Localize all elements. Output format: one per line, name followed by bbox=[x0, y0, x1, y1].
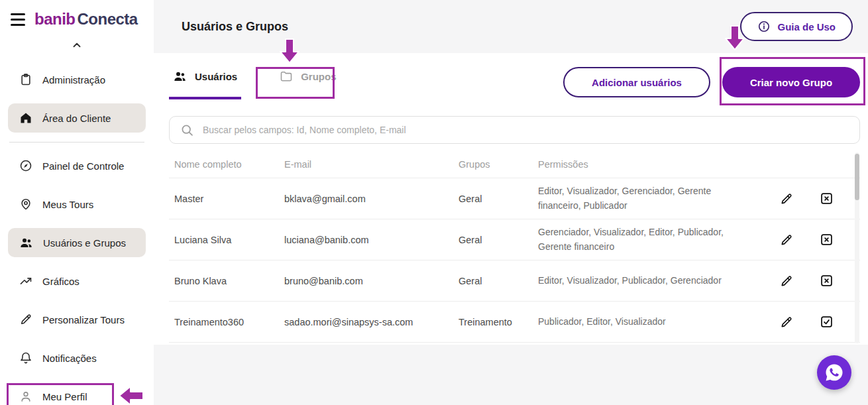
table-header-row: Nome completo E-mail Grupos Permissões bbox=[169, 150, 860, 178]
edit-user-button[interactable] bbox=[780, 274, 793, 288]
sidebar-item-label: Notificações bbox=[42, 353, 97, 364]
usage-guide-label: Guia de Uso bbox=[777, 21, 836, 32]
whatsapp-fab[interactable] bbox=[817, 355, 851, 390]
column-header-name: Nome completo bbox=[169, 159, 284, 170]
table-row: Luciana Silva luciana@banib.com Geral Ge… bbox=[169, 219, 860, 260]
edit-user-button[interactable] bbox=[780, 192, 793, 205]
search-icon bbox=[180, 123, 194, 137]
app-logo: banibConecta bbox=[34, 10, 138, 29]
cell-group: Treinamento bbox=[459, 317, 538, 327]
pencil-icon bbox=[780, 274, 793, 288]
tab-usuarios[interactable]: Usuários bbox=[169, 56, 241, 99]
cell-name: Luciana Silva bbox=[169, 235, 284, 245]
pencil-icon bbox=[780, 192, 793, 205]
folder-icon bbox=[280, 70, 293, 83]
trending-up-icon bbox=[19, 274, 32, 288]
sidebar-item-personalizar-tours[interactable]: Personalizar Tours bbox=[8, 305, 146, 334]
search-input[interactable] bbox=[203, 125, 849, 135]
activate-user-button[interactable] bbox=[820, 315, 834, 329]
table-row: Master bklava@gmail.com Geral Editor, Vi… bbox=[169, 178, 860, 219]
cell-email: bklava@gmail.com bbox=[284, 194, 459, 204]
table-row: Treinamento360 sadao.mori@sinapsys-sa.co… bbox=[169, 302, 860, 343]
sidebar-item-label: Área do Cliente bbox=[42, 113, 111, 124]
cell-email: bruno@banib.com bbox=[284, 276, 459, 286]
users-icon bbox=[19, 236, 33, 249]
x-square-icon bbox=[820, 192, 834, 205]
pencil-icon bbox=[780, 316, 793, 329]
sidebar-item-label: Usuários e Grupos bbox=[43, 237, 126, 249]
tabs-toolbar: Usuários Grupos Adicionar usuários Criar… bbox=[169, 53, 860, 99]
content-card: Usuários Grupos Adicionar usuários Criar… bbox=[154, 53, 868, 345]
user-icon bbox=[19, 390, 32, 403]
sidebar-item-label: Painel de Controle bbox=[42, 160, 124, 172]
table-scrollbar[interactable] bbox=[855, 152, 859, 343]
cell-group: Geral bbox=[459, 235, 538, 245]
sidebar-item-label: Meus Tours bbox=[42, 199, 93, 210]
deactivate-user-button[interactable] bbox=[820, 192, 834, 205]
clipboard-icon bbox=[19, 73, 32, 86]
sidebar-item-administracao[interactable]: Administração bbox=[8, 65, 146, 94]
sidebar-item-label: Gráficos bbox=[42, 276, 80, 287]
scrollbar-thumb[interactable] bbox=[855, 154, 859, 200]
cell-group: Geral bbox=[459, 276, 538, 286]
x-square-icon bbox=[820, 274, 834, 288]
sidebar-collapse-button[interactable] bbox=[70, 38, 83, 53]
sidebar-item-label: Meu Perfil bbox=[42, 391, 87, 402]
menu-toggle-button[interactable] bbox=[8, 11, 28, 29]
tab-grupos-label: Grupos bbox=[301, 71, 336, 82]
sidebar-item-area-do-cliente[interactable]: Área do Cliente bbox=[8, 103, 146, 133]
sidebar-item-meus-tours[interactable]: Meus Tours bbox=[8, 190, 146, 219]
sidebar-item-graficos[interactable]: Gráficos bbox=[8, 266, 146, 296]
sidebar-item-meu-perfil[interactable]: Meu Perfil bbox=[8, 382, 146, 405]
pencil-icon bbox=[780, 233, 793, 247]
pen-icon bbox=[19, 313, 32, 326]
sidebar-item-painel-de-controle[interactable]: Painel de Controle bbox=[8, 151, 146, 180]
cell-group: Geral bbox=[459, 194, 538, 204]
logo-part-2: Conecta bbox=[78, 10, 138, 28]
cell-permissions: Gerenciador, Visualizador, Editor, Publi… bbox=[538, 225, 757, 254]
sidebar-item-label: Personalizar Tours bbox=[42, 314, 125, 325]
chevron-up-icon bbox=[70, 39, 83, 51]
column-header-permissions: Permissões bbox=[538, 159, 763, 170]
tab-usuarios-label: Usuários bbox=[195, 71, 237, 82]
table-row: Bruno Klava bruno@banib.com Geral Editor… bbox=[169, 260, 860, 302]
app-root: banibConecta Administração Área do Clien… bbox=[0, 0, 868, 405]
check-square-icon bbox=[820, 315, 834, 329]
sidebar-item-label: Administração bbox=[42, 74, 105, 86]
compass-icon bbox=[19, 159, 32, 172]
deactivate-user-button[interactable] bbox=[820, 233, 834, 247]
cell-email: sadao.mori@sinapsys-sa.com bbox=[284, 317, 459, 327]
sidebar: banibConecta Administração Área do Clien… bbox=[0, 0, 154, 405]
edit-user-button[interactable] bbox=[780, 316, 793, 329]
cell-name: Bruno Klava bbox=[169, 276, 284, 286]
home-icon bbox=[19, 111, 32, 125]
edit-user-button[interactable] bbox=[780, 233, 793, 247]
sidebar-item-usuarios-e-grupos[interactable]: Usuários e Grupos bbox=[8, 228, 146, 257]
cell-permissions: Editor, Visualizador, Publicador, Gerenc… bbox=[538, 274, 757, 288]
page-title: Usuários e Grupos bbox=[182, 20, 288, 34]
add-users-button[interactable]: Adicionar usuários bbox=[563, 67, 710, 97]
cell-name: Treinamento360 bbox=[169, 317, 284, 327]
column-header-email: E-mail bbox=[284, 159, 459, 170]
bell-icon bbox=[19, 351, 32, 365]
sidebar-divider bbox=[9, 142, 144, 143]
cell-permissions: Publicador, Editor, Visualizador bbox=[538, 315, 757, 329]
sidebar-item-notificacoes[interactable]: Notificações bbox=[8, 343, 146, 373]
info-icon bbox=[757, 20, 771, 33]
column-header-groups: Grupos bbox=[459, 159, 538, 170]
tab-grupos[interactable]: Grupos bbox=[276, 56, 340, 99]
cell-email: luciana@banib.com bbox=[284, 235, 459, 245]
main-area: Usuários e Grupos Guia de Uso Usuários G… bbox=[154, 0, 868, 405]
usage-guide-button[interactable]: Guia de Uso bbox=[740, 12, 853, 41]
create-group-button[interactable]: Criar novo Grupo bbox=[722, 67, 860, 97]
sidebar-header: banibConecta bbox=[0, 0, 154, 32]
whatsapp-icon bbox=[824, 363, 844, 382]
deactivate-user-button[interactable] bbox=[820, 274, 834, 288]
cell-name: Master bbox=[169, 194, 284, 204]
x-square-icon bbox=[820, 233, 834, 247]
logo-part-1: banib bbox=[34, 10, 76, 28]
page-header: Usuários e Grupos Guia de Uso bbox=[154, 0, 868, 53]
users-table: Nome completo E-mail Grupos Permissões M… bbox=[169, 150, 860, 343]
sidebar-menu: Administração Área do Cliente Painel de … bbox=[0, 53, 154, 405]
cell-permissions: Editor, Visualizador, Gerenciador, Geren… bbox=[538, 184, 757, 213]
